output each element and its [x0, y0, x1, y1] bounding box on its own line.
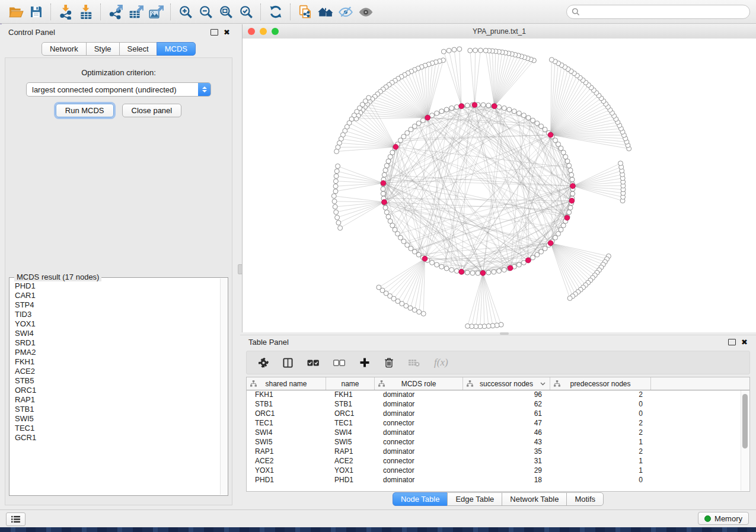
network-node[interactable]	[521, 113, 526, 118]
network-node[interactable]	[543, 127, 547, 132]
mcds-result-item[interactable]: SWI5	[15, 414, 220, 424]
network-node[interactable]	[531, 255, 535, 260]
search-field[interactable]	[566, 5, 750, 19]
mcds-hub-node[interactable]	[459, 104, 464, 109]
tab-node-table[interactable]: Node Table	[393, 492, 448, 506]
network-node[interactable]	[563, 155, 568, 159]
network-node[interactable]	[531, 118, 535, 123]
network-node[interactable]	[568, 206, 573, 210]
table-row[interactable]: TEC1TEC1connector472	[247, 418, 741, 428]
tab-style[interactable]: Style	[86, 42, 120, 56]
memory-button[interactable]: Memory	[698, 512, 749, 525]
network-node[interactable]	[553, 235, 558, 240]
network-node[interactable]	[465, 103, 470, 108]
table-row[interactable]: SWI5SWI5connector431	[247, 437, 741, 447]
network-node[interactable]	[435, 111, 439, 116]
network-node[interactable]	[332, 199, 337, 204]
network-node[interactable]	[420, 118, 425, 123]
network-node[interactable]	[333, 204, 337, 209]
network-node[interactable]	[334, 210, 339, 214]
network-node[interactable]	[382, 172, 387, 177]
mcds-hub-node[interactable]	[472, 102, 477, 108]
network-node[interactable]	[338, 226, 343, 230]
network-node[interactable]	[421, 312, 426, 316]
zoom-in-button[interactable]	[176, 2, 196, 21]
network-node[interactable]	[465, 323, 470, 328]
network-node[interactable]	[454, 105, 459, 110]
mcds-result-item[interactable]: GCR1	[15, 433, 220, 443]
network-node[interactable]	[486, 103, 491, 108]
network-node[interactable]	[384, 164, 389, 168]
network-node[interactable]	[439, 264, 444, 269]
network-node[interactable]	[390, 223, 395, 228]
network-node[interactable]	[570, 177, 575, 182]
network-node[interactable]	[334, 174, 339, 178]
network-node[interactable]	[526, 116, 531, 120]
tab-network[interactable]: Network	[42, 42, 87, 56]
network-node[interactable]	[417, 310, 422, 315]
network-node[interactable]	[569, 172, 574, 177]
refresh-layout-button[interactable]	[266, 2, 286, 21]
network-node[interactable]	[535, 121, 540, 126]
export-network-button[interactable]	[106, 2, 126, 21]
network-node[interactable]	[454, 268, 459, 273]
network-node[interactable]	[383, 168, 388, 172]
network-node[interactable]	[441, 49, 446, 54]
network-node[interactable]	[336, 164, 340, 169]
tab-network-table[interactable]: Network Table	[502, 492, 567, 506]
show-all-button[interactable]	[356, 2, 376, 21]
mcds-hub-node[interactable]	[381, 181, 386, 186]
network-window-titlebar[interactable]: YPA_prune.txt_1	[243, 24, 756, 39]
network-node[interactable]	[412, 124, 417, 129]
network-node[interactable]	[444, 107, 449, 112]
mcds-hub-node[interactable]	[422, 256, 428, 261]
network-node[interactable]	[516, 262, 521, 267]
column-header-name[interactable]: name	[326, 377, 375, 390]
mcds-result-item[interactable]: RAP1	[15, 395, 220, 405]
network-node[interactable]	[561, 223, 566, 228]
mcds-result-item[interactable]: YOX1	[15, 319, 220, 329]
zoom-fit-button[interactable]	[216, 2, 236, 21]
network-node[interactable]	[333, 179, 338, 184]
tab-motifs[interactable]: Motifs	[566, 492, 604, 506]
network-node[interactable]	[408, 306, 413, 310]
mcds-hub-node[interactable]	[525, 258, 531, 263]
table-row[interactable]: YOX1YOX1connector291	[247, 466, 741, 475]
network-node[interactable]	[386, 159, 391, 164]
table-scrollbar-thumb[interactable]	[742, 394, 748, 448]
network-node[interactable]	[409, 246, 413, 251]
mcds-hub-node[interactable]	[548, 132, 553, 137]
mcds-result-item[interactable]: SWI4	[15, 329, 220, 338]
float-panel-icon[interactable]	[210, 29, 218, 36]
close-panel-icon[interactable]: ✖	[224, 28, 230, 36]
network-node[interactable]	[381, 187, 385, 191]
mcds-result-item[interactable]: CAR1	[15, 291, 220, 300]
mcds-hub-node[interactable]	[548, 241, 553, 246]
table-row[interactable]: ORC1ORC1dominator610	[247, 409, 741, 418]
network-node[interactable]	[331, 194, 336, 198]
network-node[interactable]	[412, 249, 417, 254]
network-node[interactable]	[449, 106, 454, 111]
network-node[interactable]	[502, 106, 506, 111]
network-node[interactable]	[465, 270, 470, 275]
open-file-button[interactable]	[6, 2, 26, 21]
first-neighbors-button[interactable]	[315, 2, 336, 21]
network-node[interactable]	[567, 210, 572, 214]
network-node[interactable]	[381, 191, 385, 196]
mcds-hub-node[interactable]	[570, 184, 576, 189]
network-node[interactable]	[435, 262, 439, 267]
network-node[interactable]	[478, 48, 483, 53]
mcds-result-item[interactable]: ORC1	[15, 386, 220, 395]
network-node[interactable]	[333, 189, 338, 194]
mcds-hub-node[interactable]	[480, 270, 486, 275]
mcds-result-item[interactable]: TID3	[15, 310, 220, 319]
mcds-hub-node[interactable]	[564, 215, 570, 220]
network-node[interactable]	[386, 214, 391, 219]
network-node[interactable]	[507, 107, 512, 112]
network-node[interactable]	[483, 48, 488, 53]
network-node[interactable]	[444, 266, 449, 271]
tab-mcds[interactable]: MCDS	[157, 42, 196, 56]
network-node[interactable]	[512, 109, 516, 114]
show-columns-button[interactable]	[283, 358, 293, 368]
table-row[interactable]: RAP1RAP1dominator352	[247, 447, 741, 456]
